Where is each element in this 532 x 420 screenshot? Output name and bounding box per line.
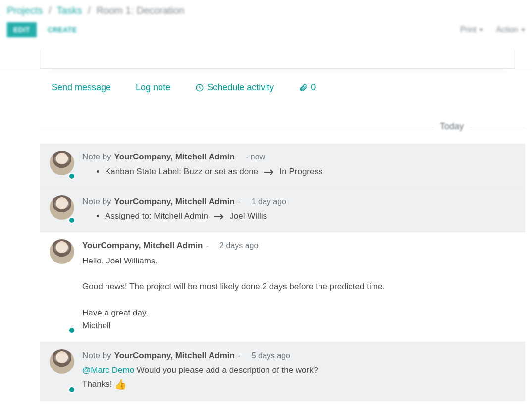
message-body: @Marc Demo Would you please add a descri… (82, 364, 515, 392)
message-note: Note by YourCompany, Mitchell Admin - no… (40, 144, 525, 188)
mention[interactable]: @Marc Demo (82, 366, 134, 375)
paperclip-icon (299, 83, 308, 92)
breadcrumb-separator: / (46, 5, 54, 16)
message-author[interactable]: YourCompany, Mitchell Admin (114, 349, 235, 362)
presence-indicator (68, 327, 75, 334)
presence-indicator (68, 173, 75, 180)
arrow-right-icon (213, 213, 224, 220)
attachments-count: 0 (311, 82, 316, 93)
presence-indicator (68, 386, 75, 393)
presence-indicator (68, 217, 75, 224)
thumbs-up-icon: 👍 (114, 379, 127, 390)
arrow-right-icon (264, 169, 274, 176)
chatter: Send message Log note Schedule activity … (40, 71, 525, 401)
message-note: Note by YourCompany, Mitchell Admin - 1 … (40, 188, 525, 233)
message-time: 5 days (252, 351, 275, 360)
chatter-topbar: Send message Log note Schedule activity … (40, 71, 525, 106)
control-panel: EDIT CREATE Print Action (0, 17, 532, 49)
send-message-button[interactable]: Send message (52, 82, 111, 93)
tracking-change: Kanban State Label: Buzz or set as done … (105, 165, 515, 178)
message-time: 2 days (219, 241, 243, 250)
attachments-button[interactable]: 0 (299, 82, 316, 93)
form-sheet-bottom (40, 49, 515, 69)
avatar[interactable] (50, 349, 74, 393)
print-dropdown[interactable]: Print (460, 25, 483, 34)
edit-button[interactable]: EDIT (7, 22, 37, 37)
date-separator: Today (40, 121, 525, 132)
avatar[interactable] (50, 151, 74, 179)
message-time: 1 day (252, 197, 271, 206)
avatar[interactable] (50, 195, 74, 223)
date-separator-label: Today (433, 121, 471, 131)
note-prefix: Note by (82, 195, 111, 208)
breadcrumb-current: Room 1: Decoration (96, 5, 184, 16)
message-time: - now (246, 151, 265, 163)
avatar[interactable] (50, 239, 74, 332)
tracking-change: Assigned to: Mitchell Admin Joel Willis (105, 210, 515, 223)
message-author[interactable]: YourCompany, Mitchell Admin (114, 195, 235, 208)
message-body: Hello, Joel Williams. Good news! The pro… (82, 255, 515, 333)
schedule-activity-button[interactable]: Schedule activity (195, 82, 274, 93)
breadcrumb-parent[interactable]: Tasks (57, 5, 82, 16)
message: YourCompany, Mitchell Admin - 2 days ago… (40, 232, 525, 342)
breadcrumb-root[interactable]: Projects (7, 5, 43, 16)
log-note-button[interactable]: Log note (136, 82, 170, 93)
message-note: Note by YourCompany, Mitchell Admin - 5 … (40, 342, 525, 402)
message-author[interactable]: YourCompany, Mitchell Admin (82, 239, 203, 252)
message-author[interactable]: YourCompany, Mitchell Admin (114, 151, 235, 163)
breadcrumb-separator: / (85, 5, 94, 16)
clock-icon (195, 83, 204, 92)
note-prefix: Note by (82, 349, 111, 362)
note-prefix: Note by (82, 151, 111, 163)
breadcrumb: Projects / Tasks / Room 1: Decoration (0, 0, 532, 17)
action-dropdown[interactable]: Action (496, 25, 525, 34)
create-button[interactable]: CREATE (48, 26, 77, 34)
schedule-activity-label: Schedule activity (207, 82, 274, 93)
